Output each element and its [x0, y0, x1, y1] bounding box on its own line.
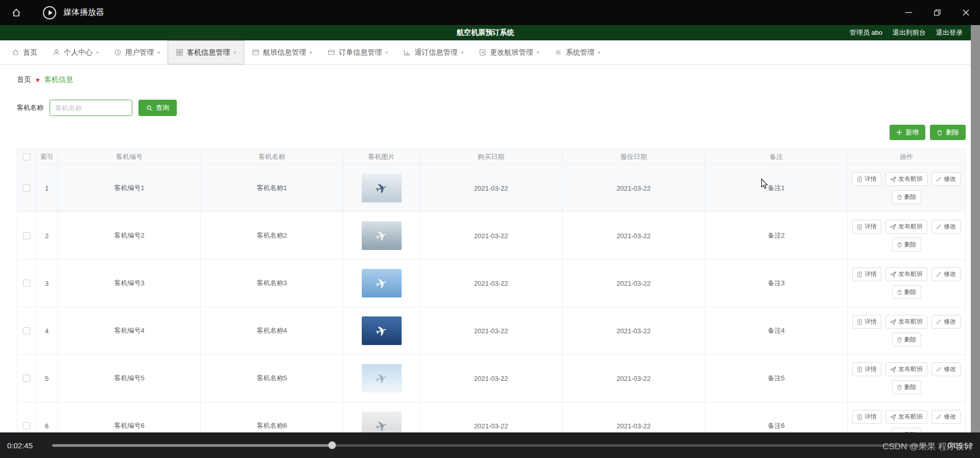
window-controls — [894, 0, 980, 25]
detail-button[interactable]: 详情 — [852, 410, 881, 424]
plane-name: 客机名称1 — [201, 165, 343, 212]
edit-button[interactable]: 修改 — [931, 315, 961, 329]
detail-button[interactable]: 详情 — [852, 172, 881, 186]
plane-image[interactable]: ✈ — [362, 316, 402, 345]
logout-link[interactable]: 退出登录 — [936, 28, 963, 37]
home-icon[interactable] — [11, 8, 21, 18]
operations-cell: 详情 发布航班 修改 删除 — [848, 355, 965, 402]
page-scrollbar[interactable] — [971, 25, 980, 432]
edit-button-label: 修改 — [944, 175, 956, 184]
nav-item-home[interactable]: 首页 — [4, 40, 45, 64]
plane-image[interactable]: ✈ — [362, 174, 402, 202]
remark: 备注5 — [705, 355, 848, 402]
row-checkbox[interactable] — [23, 232, 30, 239]
add-button[interactable]: 新增 — [890, 125, 925, 140]
publish-flight-button[interactable]: 发布航班 — [885, 220, 927, 234]
col-header-service-date: 服役日期 — [563, 149, 705, 165]
detail-button[interactable]: 详情 — [852, 315, 881, 329]
publish-flight-button[interactable]: 发布航班 — [885, 172, 927, 186]
table-row: 4 客机编号4 客机名称4 ✈ 2021-03-22 2021-03-22 备注… — [17, 307, 965, 355]
plane-image-cell: ✈ — [343, 402, 420, 432]
plane-glyph: ✈ — [374, 418, 389, 432]
header-select-cell — [17, 149, 36, 165]
plane-image[interactable]: ✈ — [362, 269, 402, 297]
player-logo-icon — [43, 6, 56, 19]
publish-button-label: 发布航班 — [898, 222, 923, 231]
row-select-cell — [17, 307, 36, 355]
plane-image[interactable]: ✈ — [362, 411, 402, 432]
seek-handle[interactable] — [329, 442, 336, 449]
aircraft-table: 索引 客机编号 客机名称 客机图片 购买日期 服役日期 备注 操作 1 客机编号… — [17, 149, 966, 432]
nav-item-change-flight-management[interactable]: 更改航班管理▾ — [471, 40, 547, 64]
chevron-down-icon: ▾ — [598, 50, 600, 55]
row-checkbox[interactable] — [23, 280, 30, 287]
nav-item-refund-info-management[interactable]: 退订信息管理▾ — [395, 40, 471, 64]
close-button[interactable] — [951, 0, 980, 25]
plane-name-input[interactable] — [50, 100, 132, 116]
seek-bar[interactable] — [52, 444, 928, 447]
purchase-date: 2021-03-22 — [420, 355, 563, 402]
query-button[interactable]: 查询 — [138, 100, 177, 116]
nav-item-flight-info-management[interactable]: 航班信息管理▾ — [244, 40, 320, 64]
plane-name: 客机名称5 — [201, 355, 343, 402]
detail-button[interactable]: 详情 — [852, 362, 881, 376]
row-delete-button[interactable]: 删除 — [892, 333, 921, 347]
publish-flight-button[interactable]: 发布航班 — [885, 410, 927, 424]
nav-item-system-management[interactable]: 系统管理▾ — [547, 40, 608, 64]
minimize-button[interactable] — [894, 0, 923, 25]
row-delete-button[interactable]: 删除 — [892, 380, 921, 394]
edit-button[interactable]: 修改 — [931, 410, 961, 424]
row-checkbox[interactable] — [23, 422, 30, 429]
service-date: 2021-03-22 — [563, 260, 705, 307]
webapp-page: 航空机票预订系统 管理员 abo 退出到前台 退出登录 首页 个人中心▾ — [0, 25, 971, 432]
row-delete-button[interactable]: 删除 — [892, 285, 921, 299]
publish-button-label: 发布航班 — [898, 175, 923, 184]
row-delete-button[interactable]: 删除 — [892, 190, 921, 204]
edit-button[interactable]: 修改 — [931, 220, 961, 234]
publish-flight-button[interactable]: 发布航班 — [885, 315, 927, 329]
row-checkbox[interactable] — [23, 185, 30, 192]
restore-button[interactable] — [923, 0, 951, 25]
breadcrumb-home[interactable]: 首页 — [17, 75, 31, 84]
publish-button-label: 发布航班 — [898, 317, 923, 326]
progress-played — [52, 444, 332, 447]
delete-button[interactable]: 删除 — [930, 125, 966, 140]
row-checkbox[interactable] — [23, 375, 30, 382]
row-delete-button[interactable]: 删除 — [892, 238, 921, 251]
nav-item-aircraft-info-management[interactable]: 客机信息管理▾ — [168, 40, 244, 64]
nav-item-personal-center[interactable]: 个人中心▾ — [45, 40, 106, 64]
select-all-checkbox[interactable] — [23, 153, 30, 161]
trash-icon — [897, 337, 902, 343]
nav-item-user-management[interactable]: 用户管理▾ — [106, 40, 168, 64]
purchase-date: 2021-03-22 — [420, 402, 563, 432]
plane-code: 客机编号2 — [58, 212, 201, 260]
publish-flight-button[interactable]: 发布航班 — [885, 362, 927, 376]
col-header-code: 客机编号 — [58, 149, 201, 165]
col-header-remark: 备注 — [705, 149, 848, 165]
pencil-icon — [936, 176, 942, 182]
edit-button[interactable]: 修改 — [931, 362, 961, 376]
plane-glyph: ✈ — [374, 370, 389, 387]
detail-button[interactable]: 详情 — [852, 267, 881, 281]
plane-code: 客机编号1 — [58, 165, 201, 212]
operations-cell: 详情 发布航班 修改 删除 — [848, 307, 965, 355]
publish-flight-button[interactable]: 发布航班 — [885, 267, 927, 281]
row-delete-button[interactable]: 删除 — [892, 428, 921, 432]
current-time-label: 0:02:45 — [7, 441, 44, 450]
edit-button[interactable]: 修改 — [931, 172, 961, 186]
detail-button-label: 详情 — [865, 175, 877, 184]
edit-button[interactable]: 修改 — [931, 267, 961, 281]
row-index: 3 — [36, 260, 58, 307]
plane-image[interactable]: ✈ — [362, 364, 402, 393]
watermark-text: CSDN @果果 程序设计 — [882, 441, 973, 452]
nav-item-order-info-management[interactable]: 订单信息管理▾ — [320, 40, 395, 64]
detail-button[interactable]: 详情 — [852, 220, 881, 234]
nav-label: 用户管理 — [125, 48, 154, 57]
col-header-purchase-date: 购买日期 — [420, 149, 563, 165]
search-field-label: 客机名称 — [17, 103, 43, 112]
remark: 备注1 — [705, 165, 848, 212]
service-date: 2021-03-22 — [563, 212, 705, 260]
row-checkbox[interactable] — [23, 327, 30, 334]
plane-image[interactable]: ✈ — [362, 221, 402, 250]
exit-to-front-link[interactable]: 退出到前台 — [893, 28, 926, 37]
